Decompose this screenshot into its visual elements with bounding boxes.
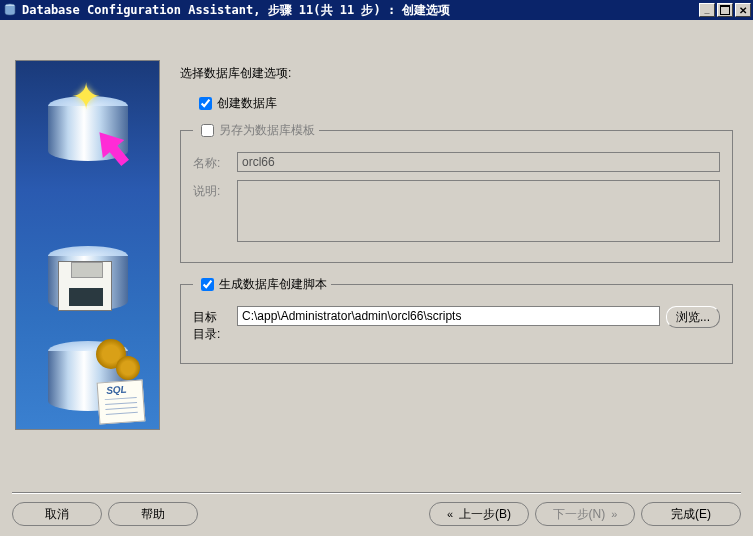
create-database-checkbox[interactable]	[199, 97, 212, 110]
template-desc-input	[237, 180, 720, 242]
template-desc-label: 说明:	[193, 180, 237, 200]
save-template-legend: 另存为数据库模板	[219, 122, 315, 139]
gear-icon	[116, 356, 140, 380]
browse-button[interactable]: 浏览...	[666, 306, 720, 328]
save-as-template-group: 另存为数据库模板 名称: 说明:	[180, 121, 733, 263]
chevron-left-icon: «	[447, 508, 453, 520]
window-title: Database Configuration Assistant, 步骤 11(…	[22, 2, 697, 19]
template-name-label: 名称:	[193, 152, 237, 172]
finish-button[interactable]: 完成(E)	[641, 502, 741, 526]
star-icon: ✦	[71, 76, 111, 116]
back-button[interactable]: « 上一步(B)	[429, 502, 529, 526]
dest-dir-input[interactable]	[237, 306, 660, 326]
minimize-button[interactable]: _	[699, 3, 715, 17]
generate-scripts-legend: 生成数据库创建脚本	[219, 276, 327, 293]
wizard-sidebar-image: ✦	[15, 60, 160, 430]
template-name-input	[237, 152, 720, 172]
cancel-button[interactable]: 取消	[12, 502, 102, 526]
next-button: 下一步(N) »	[535, 502, 635, 526]
app-icon	[2, 2, 18, 18]
dest-dir-label: 目标 目录:	[193, 306, 237, 343]
create-database-label: 创建数据库	[217, 95, 277, 112]
instruction-text: 选择数据库创建选项:	[180, 65, 733, 82]
footer-separator	[12, 492, 741, 494]
floppy-icon	[58, 261, 112, 311]
generate-scripts-group: 生成数据库创建脚本 目标 目录: 浏览...	[180, 275, 733, 364]
help-button[interactable]: 帮助	[108, 502, 198, 526]
sql-script-icon	[97, 379, 146, 424]
close-button[interactable]: ✕	[735, 3, 751, 17]
save-template-checkbox[interactable]	[201, 124, 214, 137]
restore-button[interactable]	[717, 3, 733, 17]
generate-scripts-checkbox[interactable]	[201, 278, 214, 291]
chevron-right-icon: »	[611, 508, 617, 520]
